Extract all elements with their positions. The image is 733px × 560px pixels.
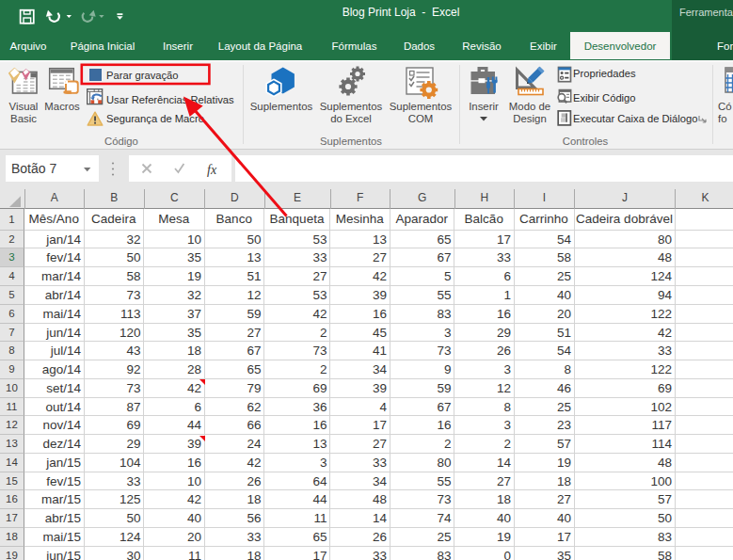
svg-text:fx: fx — [207, 163, 217, 177]
